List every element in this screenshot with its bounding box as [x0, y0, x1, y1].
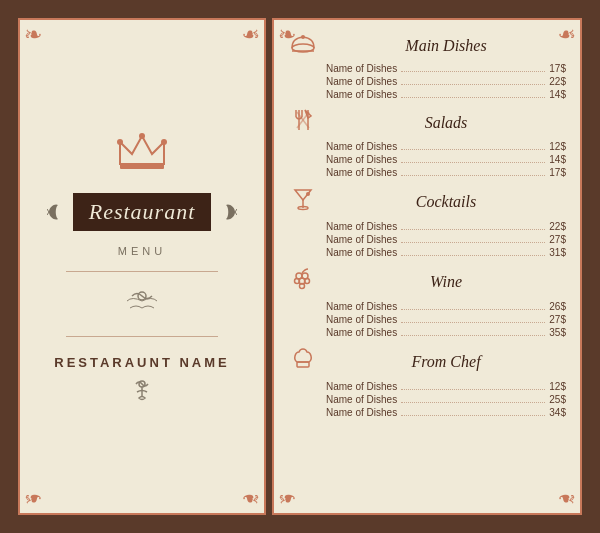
table-row: Name of Dishes26$ [326, 301, 566, 312]
section-title-cocktails: Cocktails [326, 193, 566, 211]
corner-br: ❧ [232, 481, 260, 509]
restaurant-banner: Restaurant [47, 193, 238, 231]
right-corner-br: ❧ [548, 481, 576, 509]
menu-wrapper: ❧ ❧ ❧ ❧ Restau [10, 10, 590, 523]
crown-icon [116, 132, 168, 179]
svg-point-0 [117, 139, 123, 145]
dish-name: Name of Dishes [326, 141, 397, 152]
dish-price: 12$ [549, 381, 566, 392]
dish-price: 17$ [549, 63, 566, 74]
dish-name: Name of Dishes [326, 301, 397, 312]
table-row: Name of Dishes17$ [326, 167, 566, 178]
dish-name: Name of Dishes [326, 76, 397, 87]
dish-price: 22$ [549, 221, 566, 232]
dish-name: Name of Dishes [326, 234, 397, 245]
corner-tl: ❧ [24, 24, 52, 52]
menu-items-salads: Name of Dishes12$Name of Dishes14$Name o… [288, 141, 566, 178]
dish-dots [401, 229, 545, 230]
restaurant-label: Restaurant [89, 199, 196, 224]
section-header-cocktails: Cocktails [288, 186, 566, 217]
table-row: Name of Dishes14$ [326, 154, 566, 165]
restaurant-name: RESTARAUNT NAME [54, 355, 229, 370]
dish-dots [401, 84, 545, 85]
menu-items-wine: Name of Dishes26$Name of Dishes27$Name o… [288, 301, 566, 338]
dish-dots [401, 162, 545, 163]
section-header-from-chef: From Chef [288, 346, 566, 377]
chef-hat-icon [288, 346, 318, 377]
table-row: Name of Dishes31$ [326, 247, 566, 258]
section-from-chef: From ChefName of Dishes12$Name of Dishes… [288, 346, 566, 418]
menu-items-from-chef: Name of Dishes12$Name of Dishes25$Name o… [288, 381, 566, 418]
section-header-wine: Wine [288, 266, 566, 297]
dish-name: Name of Dishes [326, 327, 397, 338]
dish-price: 31$ [549, 247, 566, 258]
dish-dots [401, 255, 545, 256]
fork-knife-icon [288, 108, 318, 137]
dish-dots [401, 149, 545, 150]
restaurant-title-box: Restaurant [73, 193, 212, 231]
menu-items-main-dishes: Name of Dishes17$Name of Dishes22$Name o… [288, 63, 566, 100]
section-title-wine: Wine [326, 273, 566, 291]
svg-point-21 [295, 279, 300, 284]
svg-point-23 [300, 284, 305, 289]
dish-name: Name of Dishes [326, 314, 397, 325]
dish-dots [401, 322, 545, 323]
section-header-main-dishes: Main Dishes [288, 32, 566, 59]
dish-price: 17$ [549, 167, 566, 178]
dish-price: 26$ [549, 301, 566, 312]
dish-dots [401, 335, 545, 336]
grapes-icon [288, 266, 318, 297]
right-panel: ❧ ❧ ❧ ❧ Main DishesName of Dishes17$Name… [272, 18, 582, 515]
dish-name: Name of Dishes [326, 221, 397, 232]
table-row: Name of Dishes34$ [326, 407, 566, 418]
section-header-salads: Salads [288, 108, 566, 137]
dish-price: 27$ [549, 234, 566, 245]
table-row: Name of Dishes12$ [326, 381, 566, 392]
menu-label: MENU [118, 245, 166, 257]
dish-name: Name of Dishes [326, 394, 397, 405]
section-title-main-dishes: Main Dishes [326, 37, 566, 55]
table-row: Name of Dishes27$ [326, 314, 566, 325]
svg-rect-3 [120, 164, 164, 169]
dish-price: 14$ [549, 154, 566, 165]
dish-name: Name of Dishes [326, 89, 397, 100]
dish-dots [401, 175, 545, 176]
right-corner-tr: ❧ [548, 24, 576, 52]
dish-price: 25$ [549, 394, 566, 405]
menu-sections: Main DishesName of Dishes17$Name of Dish… [288, 32, 566, 418]
right-corner-tl: ❧ [278, 24, 306, 52]
dish-price: 12$ [549, 141, 566, 152]
dish-price: 34$ [549, 407, 566, 418]
dish-price: 35$ [549, 327, 566, 338]
dish-dots [401, 97, 545, 98]
table-row: Name of Dishes22$ [326, 76, 566, 87]
dish-name: Name of Dishes [326, 167, 397, 178]
dish-name: Name of Dishes [326, 154, 397, 165]
svg-point-17 [306, 192, 310, 196]
svg-point-1 [139, 133, 145, 139]
cocktail-icon [288, 186, 318, 217]
dish-dots [401, 71, 545, 72]
dish-name: Name of Dishes [326, 247, 397, 258]
dish-price: 14$ [549, 89, 566, 100]
dish-price: 27$ [549, 314, 566, 325]
corner-bl: ❧ [24, 481, 52, 509]
section-title-from-chef: From Chef [326, 353, 566, 371]
section-salads: SaladsName of Dishes12$Name of Dishes14$… [288, 108, 566, 178]
table-row: Name of Dishes22$ [326, 221, 566, 232]
dish-name: Name of Dishes [326, 63, 397, 74]
section-wine: WineName of Dishes26$Name of Dishes27$Na… [288, 266, 566, 338]
dish-dots [401, 415, 545, 416]
dish-price: 22$ [549, 76, 566, 87]
table-row: Name of Dishes25$ [326, 394, 566, 405]
section-cocktails: CocktailsName of Dishes22$Name of Dishes… [288, 186, 566, 258]
ornament-bottom [127, 378, 157, 411]
table-row: Name of Dishes27$ [326, 234, 566, 245]
corner-tr: ❧ [232, 24, 260, 52]
left-panel: ❧ ❧ ❧ ❧ Restau [18, 18, 266, 515]
dish-name: Name of Dishes [326, 381, 397, 392]
svg-rect-24 [297, 362, 309, 367]
menu-items-cocktails: Name of Dishes22$Name of Dishes27$Name o… [288, 221, 566, 258]
table-row: Name of Dishes17$ [326, 63, 566, 74]
section-main-dishes: Main DishesName of Dishes17$Name of Dish… [288, 32, 566, 100]
